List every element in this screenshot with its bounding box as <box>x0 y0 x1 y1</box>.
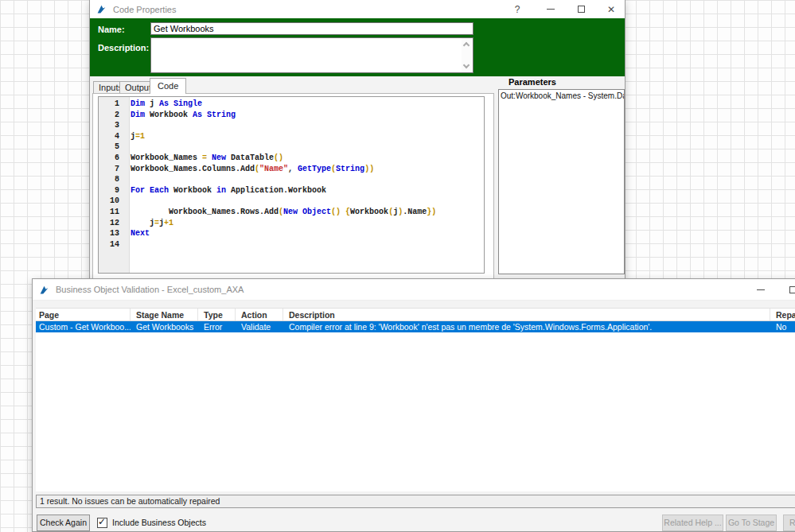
maximize-icon <box>789 286 795 293</box>
include-business-objects-checkbox[interactable]: ✓ <box>97 518 107 528</box>
line-number: 5 <box>99 142 125 153</box>
code-text <box>125 120 131 131</box>
code-text: Workbook_Names = New DataTable() <box>125 153 283 164</box>
maximize-button[interactable] <box>779 279 795 300</box>
status-text: 1 result. No issues can be automatically… <box>40 496 220 506</box>
table-cell: Custom - Get Workboo... <box>36 321 131 332</box>
line-number: 12 <box>99 218 125 229</box>
code-text <box>125 174 131 185</box>
code-line[interactable]: 4j=1 <box>99 131 484 142</box>
code-line[interactable]: 9For Each Workbook in Application.Workbo… <box>99 185 484 196</box>
code-line[interactable]: 7Workbook_Names.Columns.Add("Name", GetT… <box>99 164 484 175</box>
code-lines: 1Dim j As Single2Dim Workbook As String3… <box>99 99 484 250</box>
code-tabpage: 1Dim j As Single2Dim Workbook As String3… <box>92 93 494 279</box>
line-number: 8 <box>99 174 125 185</box>
table-row[interactable]: Custom - Get Workboo...Get WorkbooksErro… <box>36 321 795 332</box>
code-properties-window: Code Properties ? ✕ Name: Description: I… <box>89 0 625 280</box>
parameters-label: Parameters <box>509 77 556 87</box>
description-scrollbar[interactable] <box>462 38 473 72</box>
help-button[interactable]: ? <box>504 0 531 18</box>
line-number: 9 <box>99 185 125 196</box>
blueprism-logo-icon <box>39 285 49 295</box>
code-line[interactable]: 1Dim j As Single <box>99 99 484 110</box>
tab-code-label: Code <box>158 81 178 91</box>
properties-header-panel: Name: Description: <box>90 18 625 76</box>
process-designer-canvas: { "colors": { "brand_green": "#056608", … <box>0 0 795 532</box>
related-help-button[interactable]: Related Help ... <box>662 515 723 531</box>
column-header-type[interactable]: Type <box>198 309 236 320</box>
column-header-repa[interactable]: Repa <box>770 309 795 320</box>
code-line[interactable]: 11 Workbook_Names.Rows.Add(New Object() … <box>99 207 484 218</box>
window-title: Code Properties <box>113 5 177 14</box>
parameters-listbox[interactable]: Out:Workbook_Names - System.Data <box>498 89 625 274</box>
column-header-page[interactable]: Page <box>36 309 131 320</box>
check-again-button[interactable]: Check Again <box>37 515 90 531</box>
table-header-row: PageStage NameTypeActionDescriptionRepa <box>36 308 795 321</box>
table-cell: Compiler error at line 9: 'Workbook' n'e… <box>283 321 770 332</box>
minimize-button[interactable] <box>537 0 564 18</box>
name-input[interactable] <box>150 22 473 35</box>
code-line[interactable]: 3 <box>99 120 484 131</box>
line-number: 7 <box>99 164 125 175</box>
code-text <box>125 239 131 250</box>
code-text: j=j+1 <box>125 218 173 229</box>
code-line[interactable]: 12 j=j+1 <box>99 218 484 229</box>
minimize-icon <box>757 289 765 290</box>
repair-button-partial[interactable]: R <box>783 515 795 531</box>
line-number: 11 <box>99 207 125 218</box>
line-number: 10 <box>99 196 125 207</box>
status-bar: 1 result. No issues can be automatically… <box>36 495 795 508</box>
line-number: 14 <box>99 239 125 250</box>
minimize-button[interactable] <box>747 279 774 300</box>
code-text: Dim j As Single <box>125 99 202 110</box>
code-text <box>125 196 131 207</box>
validation-titlebar[interactable]: Business Object Validation - Excel_custo… <box>33 279 795 301</box>
code-line[interactable]: 2Dim Workbook As String <box>99 110 484 121</box>
name-label: Name: <box>98 25 125 34</box>
line-number: 1 <box>99 99 125 110</box>
code-text <box>125 142 131 153</box>
description-input[interactable] <box>151 38 462 72</box>
code-text: Dim Workbook As String <box>125 110 236 121</box>
column-header-action[interactable]: Action <box>236 309 283 320</box>
line-number: 3 <box>99 120 125 131</box>
include-business-objects-label: Include Business Objects <box>112 518 206 527</box>
code-text: Workbook_Names.Rows.Add(New Object() {Wo… <box>125 207 436 218</box>
column-header-description[interactable]: Description <box>283 309 770 320</box>
close-icon: ✕ <box>607 4 615 15</box>
help-icon: ? <box>515 4 520 15</box>
code-line[interactable]: 14 <box>99 239 484 250</box>
close-button[interactable]: ✕ <box>598 0 625 18</box>
scroll-up-icon[interactable] <box>463 42 470 49</box>
line-number: 4 <box>99 131 125 142</box>
description-field-frame <box>150 37 473 73</box>
line-number: 2 <box>99 110 125 121</box>
column-header-stage-name[interactable]: Stage Name <box>131 309 198 320</box>
table-cell: Validate <box>236 321 283 332</box>
minimize-icon <box>547 9 555 10</box>
code-line[interactable]: 6Workbook_Names = New DataTable() <box>99 153 484 164</box>
line-number: 6 <box>99 153 125 164</box>
code-properties-titlebar[interactable]: Code Properties ? ✕ <box>90 0 625 18</box>
code-text: Workbook_Names.Columns.Add("Name", GetTy… <box>125 164 374 175</box>
go-to-stage-button[interactable]: Go To Stage <box>726 515 777 531</box>
validation-results-table: PageStage NameTypeActionDescriptionRepa … <box>36 308 795 491</box>
code-line[interactable]: 10 <box>99 196 484 207</box>
table-cell: Get Workbooks <box>131 321 198 332</box>
tab-code[interactable]: Code <box>150 78 186 94</box>
table-cell: Error <box>198 321 236 332</box>
code-line[interactable]: 13Next <box>99 228 484 239</box>
line-number: 13 <box>99 228 125 239</box>
code-editor[interactable]: 1Dim j As Single2Dim Workbook As String3… <box>98 96 485 274</box>
code-line[interactable]: 8 <box>99 174 484 185</box>
table-cell: No <box>770 321 795 332</box>
scroll-down-icon[interactable] <box>463 62 470 68</box>
window-title: Business Object Validation - Excel_custo… <box>56 285 244 294</box>
maximize-icon <box>578 6 585 13</box>
code-text: j=1 <box>125 131 145 142</box>
code-line[interactable]: 5 <box>99 142 484 153</box>
checkmark-icon: ✓ <box>98 516 106 527</box>
code-text: Next <box>125 228 150 239</box>
maximize-button[interactable] <box>567 0 594 18</box>
parameter-item[interactable]: Out:Workbook_Names - System.Data <box>499 90 624 100</box>
